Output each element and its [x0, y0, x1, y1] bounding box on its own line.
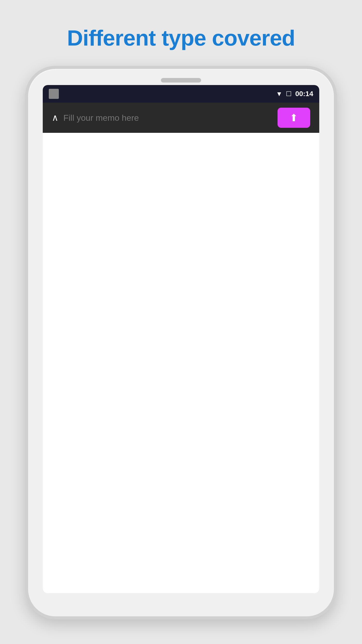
phone-screen: ▼ ☐ 00:14: [43, 85, 319, 593]
status-bar: ▼ ☐ 00:14: [43, 85, 319, 103]
chevron-up-icon[interactable]: ∧: [52, 112, 58, 123]
phone-mockup: ▼ ☐ 00:14: [25, 66, 337, 619]
status-left: [49, 89, 59, 99]
share-icon: ⬆: [290, 112, 298, 124]
share-button[interactable]: ⬆: [278, 108, 310, 128]
memo-input[interactable]: [63, 113, 273, 123]
bottom-bar: ∧ ⬆: [43, 103, 319, 133]
page-title: Different type covered: [67, 25, 295, 51]
wifi-icon: ▼: [276, 90, 283, 98]
phone-speaker: [161, 78, 201, 83]
signal-icon: ☐: [286, 90, 292, 98]
app-icon: [49, 89, 59, 99]
time-display: 00:14: [295, 90, 313, 98]
status-right: ▼ ☐ 00:14: [276, 90, 313, 98]
